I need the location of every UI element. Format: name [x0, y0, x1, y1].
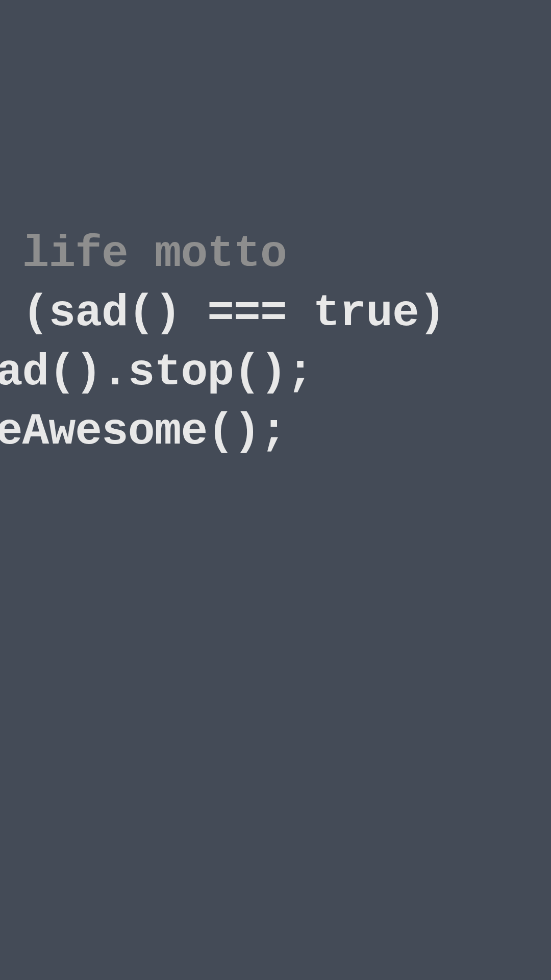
code-line-3: beAwesome(); — [0, 402, 445, 461]
code-snippet: / life motto f (sad() === true) sad().st… — [0, 225, 445, 462]
code-comment: / life motto — [0, 225, 445, 284]
code-line-2: sad().stop(); — [0, 343, 445, 402]
code-line-1: f (sad() === true) — [0, 284, 445, 343]
